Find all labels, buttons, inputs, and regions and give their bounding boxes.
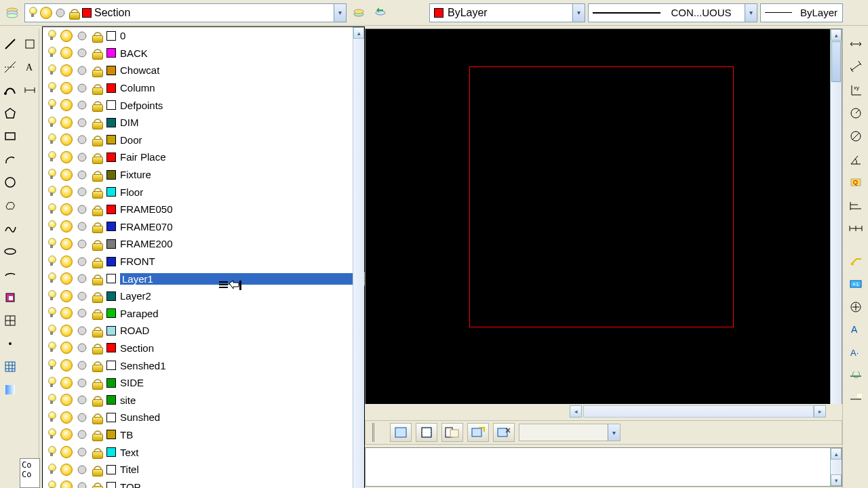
sun-icon[interactable] xyxy=(60,203,73,216)
insert-block-tool[interactable] xyxy=(1,287,19,308)
command-window[interactable]: ▴ ▾ xyxy=(365,447,842,487)
lock-icon[interactable] xyxy=(92,411,102,424)
color-swatch[interactable] xyxy=(106,378,116,388)
freeze-vp-icon[interactable] xyxy=(77,446,87,458)
sun-icon[interactable] xyxy=(60,99,73,111)
drawn-rectangle[interactable] xyxy=(469,66,734,327)
scroll-left-button[interactable]: ◂ xyxy=(570,405,582,418)
modify-tool[interactable] xyxy=(21,34,39,54)
layer-row[interactable]: Defpoints xyxy=(43,96,364,114)
bulb-icon[interactable] xyxy=(47,203,56,216)
dim-style-tool[interactable] xyxy=(847,389,865,409)
color-swatch[interactable] xyxy=(106,205,116,214)
lock-icon[interactable] xyxy=(92,30,102,42)
bulb-icon[interactable] xyxy=(47,238,56,250)
arc-tool[interactable] xyxy=(1,149,19,169)
color-swatch[interactable] xyxy=(106,274,116,283)
freeze-vp-icon[interactable] xyxy=(77,47,87,59)
bulb-icon[interactable] xyxy=(47,307,56,319)
sun-icon[interactable] xyxy=(60,446,73,458)
sun-icon[interactable] xyxy=(60,82,73,94)
make-block-tool[interactable] xyxy=(1,310,19,331)
lock-icon[interactable] xyxy=(92,169,102,181)
layer-row[interactable]: Floor xyxy=(43,183,364,201)
layer-row[interactable]: Fair Place xyxy=(43,148,364,166)
polygon-tool[interactable] xyxy=(1,103,19,123)
bulb-icon[interactable] xyxy=(47,47,56,59)
color-swatch[interactable] xyxy=(106,291,116,301)
freeze-vp-icon[interactable] xyxy=(77,359,87,371)
center-mark-tool[interactable] xyxy=(847,297,865,317)
lock-icon[interactable] xyxy=(92,151,102,163)
revcloud-tool[interactable] xyxy=(1,195,19,216)
bulb-icon[interactable] xyxy=(47,82,56,94)
dim-angular-tool[interactable] xyxy=(847,149,865,169)
lock-icon[interactable] xyxy=(92,464,102,476)
bulb-icon[interactable] xyxy=(47,394,56,406)
scrollbar-vertical[interactable]: ▴ xyxy=(353,27,364,488)
scroll-down-button[interactable]: ▾ xyxy=(831,474,842,486)
freeze-vp-icon[interactable] xyxy=(77,377,87,389)
sun-icon[interactable] xyxy=(60,481,73,488)
freeze-vp-icon[interactable] xyxy=(77,82,87,94)
dim-continue-tool[interactable] xyxy=(847,218,865,239)
layer-row[interactable]: Senshed1 xyxy=(43,357,364,374)
ellipse-tool[interactable] xyxy=(1,241,19,262)
lock-icon[interactable] xyxy=(92,82,102,94)
layer-row[interactable]: Titel xyxy=(43,461,364,479)
bulb-icon[interactable] xyxy=(47,272,56,285)
layer-row[interactable]: BACK xyxy=(43,45,364,62)
rectangle-tool[interactable] xyxy=(1,126,19,146)
lock-icon[interactable] xyxy=(92,99,102,111)
linetype-dropdown[interactable]: CON...UOUS ▾ xyxy=(588,3,757,22)
viewport-button[interactable] xyxy=(467,423,489,442)
layer-row[interactable]: Door xyxy=(43,131,364,149)
bulb-icon[interactable] xyxy=(47,377,56,389)
gradient-tool[interactable] xyxy=(1,380,19,400)
lock-icon[interactable] xyxy=(92,446,102,458)
lock-icon[interactable] xyxy=(92,220,102,232)
color-swatch[interactable] xyxy=(106,222,116,231)
layer-row[interactable]: Sunshed xyxy=(43,409,364,426)
sun-icon[interactable] xyxy=(60,307,73,319)
dim-update-tool[interactable] xyxy=(847,366,865,386)
sun-icon[interactable] xyxy=(60,325,73,337)
dim-radius-tool[interactable] xyxy=(847,103,865,123)
spline-tool[interactable] xyxy=(1,218,19,239)
sun-icon[interactable] xyxy=(60,256,73,268)
sun-icon[interactable] xyxy=(60,151,73,163)
color-swatch[interactable] xyxy=(106,170,116,180)
bulb-icon[interactable] xyxy=(47,151,56,163)
dropdown-arrow-icon[interactable]: ▾ xyxy=(745,4,757,22)
color-swatch[interactable] xyxy=(106,187,116,197)
sun-icon[interactable] xyxy=(60,428,73,441)
drawing-canvas[interactable]: ▴ ▾ xyxy=(365,28,842,416)
lock-icon[interactable] xyxy=(92,203,102,216)
bulb-icon[interactable] xyxy=(47,256,56,268)
canvas-scrollbar-vertical[interactable]: ▴ ▾ xyxy=(830,29,842,415)
layer-states-button[interactable] xyxy=(371,3,390,22)
color-swatch[interactable] xyxy=(106,83,116,93)
layer-row[interactable]: SIDE xyxy=(43,374,364,392)
layer-row[interactable]: ROAD xyxy=(43,322,364,340)
color-swatch[interactable] xyxy=(106,118,116,127)
layer-row[interactable]: Text xyxy=(43,443,364,461)
bulb-icon[interactable] xyxy=(47,186,56,198)
lock-icon[interactable] xyxy=(92,325,102,337)
bulb-icon[interactable] xyxy=(47,481,56,488)
layer-row[interactable]: DIM xyxy=(43,114,364,131)
lock-icon[interactable] xyxy=(92,307,102,319)
sun-icon[interactable] xyxy=(60,394,73,406)
freeze-vp-icon[interactable] xyxy=(77,428,87,441)
model-space-button[interactable] xyxy=(390,423,412,442)
lock-icon[interactable] xyxy=(92,290,102,302)
bulb-icon[interactable] xyxy=(47,342,56,354)
layer-manager-button[interactable] xyxy=(3,3,22,22)
color-swatch[interactable] xyxy=(106,257,116,266)
lineweight-dropdown[interactable]: ByLayer xyxy=(760,3,843,22)
quick-leader-tool[interactable] xyxy=(847,251,865,271)
color-swatch[interactable] xyxy=(106,465,116,474)
sun-icon[interactable] xyxy=(60,30,73,42)
sun-icon[interactable] xyxy=(60,169,73,181)
freeze-vp-icon[interactable] xyxy=(77,238,87,250)
